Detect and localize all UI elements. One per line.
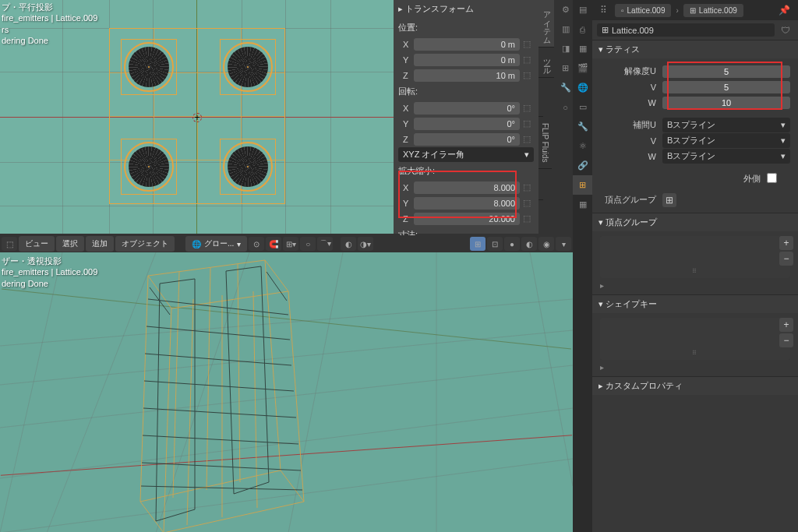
panel-header-shape-keys[interactable]: ▾ シェイプキー	[592, 295, 798, 313]
menu-view[interactable]: ビュー	[19, 236, 55, 252]
3d-cursor	[190, 111, 204, 125]
shape-keys-list[interactable]: ⠿	[600, 318, 790, 360]
position-label: 位置:	[398, 19, 534, 36]
rot-y[interactable]: 0°	[414, 118, 520, 130]
shading-dropdown-icon[interactable]: ▾	[556, 237, 571, 251]
tab-tool[interactable]: ツール	[538, 48, 554, 78]
lattice-icon: ⊞	[602, 25, 609, 35]
svg-marker-34	[226, 266, 269, 494]
fan-object[interactable]	[223, 142, 273, 192]
tab-object-icon[interactable]: ▭	[573, 97, 592, 117]
pos-x[interactable]: 0 m	[414, 38, 520, 51]
shading-rendered-icon[interactable]: ◉	[538, 237, 554, 251]
tab-item[interactable]: アイテム	[538, 0, 554, 48]
interp-u-dropdown[interactable]: Bスプライン▾	[662, 118, 790, 132]
svg-line-22	[253, 291, 257, 508]
svg-line-20	[187, 299, 193, 525]
rot-x[interactable]: 0°	[414, 102, 520, 115]
datablock-selector[interactable]: ⊞ Lattice.009	[597, 23, 775, 37]
viewport-perspective[interactable]: ⬚ ビュー 選択 追加 オブジェクト 🌐 グロー... ▾ ⊙ 🧲 ⊞▾ ○ ⌒…	[0, 235, 573, 532]
tab-texture-icon[interactable]: ▦	[573, 195, 592, 214]
editor-type-icon[interactable]: ⬚	[2, 237, 17, 251]
gizmo-icon[interactable]: ◐	[341, 237, 356, 251]
remove-button[interactable]: −	[779, 252, 793, 266]
properties-header: ⠿ ▫ Lattice.009 › ⊞ Lattice.009 📌	[592, 0, 798, 20]
lock-icon[interactable]: ⬚	[520, 213, 534, 224]
tab-flip[interactable]: FLIP Fluids	[538, 117, 552, 169]
shading-solid-icon[interactable]: ●	[504, 237, 520, 251]
pos-y[interactable]: 0 m	[414, 54, 520, 66]
lock-icon[interactable]: ⬚	[520, 134, 534, 144]
tab-data-lattice-icon[interactable]: ⊞	[573, 175, 592, 195]
fan-object[interactable]	[223, 42, 273, 92]
interp-w-dropdown[interactable]: Bスプライン▾	[662, 149, 790, 164]
lock-icon[interactable]: ⬚	[520, 70, 534, 80]
svg-line-27	[143, 408, 296, 417]
lock-icon[interactable]: ⬚	[520, 118, 534, 129]
list-filter[interactable]: ▸	[600, 363, 790, 372]
panel-header-lattice[interactable]: ▾ ラティス	[592, 41, 798, 58]
overlay-icon[interactable]: ◑▾	[358, 237, 373, 251]
outside-checkbox[interactable]	[767, 173, 777, 183]
rot-z[interactable]: 0°	[414, 133, 520, 146]
tab-scene-icon[interactable]: 🎬	[573, 58, 592, 78]
breadcrumb-data[interactable]: ⊞ Lattice.009	[683, 4, 743, 17]
pos-z[interactable]: 10 m	[414, 69, 520, 82]
xray-icon[interactable]: ⊞	[470, 237, 486, 251]
lattice-3d-wireframe[interactable]	[101, 252, 366, 532]
lock-icon[interactable]: ⬚	[520, 198, 534, 208]
viewport-info: プ・平行投影 fire_emitters | Lattice.009 rs de…	[2, 2, 97, 46]
menu-select[interactable]: 選択	[56, 236, 84, 252]
transform-orientation-dropdown[interactable]: 🌐 グロー... ▾	[185, 236, 247, 252]
snap-icon[interactable]: 🧲	[266, 237, 281, 251]
svg-line-5	[0, 252, 62, 532]
svg-line-19	[238, 264, 240, 482]
add-button[interactable]: +	[779, 318, 793, 332]
vertex-group-selector[interactable]: ⊞	[662, 193, 676, 207]
shading-preview-icon[interactable]: ◐	[521, 237, 537, 251]
tab-physics-icon[interactable]: ⚛	[573, 136, 592, 156]
fan-object[interactable]	[124, 42, 174, 92]
resolution-u[interactable]: 5	[662, 65, 790, 78]
scale-y[interactable]: 8.000	[414, 197, 520, 210]
viewport-top-orthographic[interactable]: プ・平行投影 fire_emitters | Lattice.009 rs de…	[0, 0, 394, 234]
panel-header-transform[interactable]: ▸ トランスフォーム	[394, 0, 538, 18]
grip-icon[interactable]: ⠿	[597, 3, 610, 17]
svg-line-17	[173, 272, 179, 498]
remove-button[interactable]: −	[779, 333, 793, 347]
add-button[interactable]: +	[779, 236, 793, 250]
shading-wireframe-icon[interactable]: ⊡	[487, 237, 503, 251]
pin-icon[interactable]: 📌	[775, 5, 793, 16]
menu-add[interactable]: 追加	[86, 236, 114, 252]
tab-constraint-icon[interactable]: 🔗	[573, 156, 592, 175]
interp-v-dropdown[interactable]: Bスプライン▾	[662, 133, 790, 148]
scale-z[interactable]: 20.000	[414, 213, 520, 225]
tab-world-icon[interactable]: 🌐	[573, 78, 592, 97]
menu-object[interactable]: オブジェクト	[115, 236, 175, 252]
panel-header-custom-props[interactable]: ▸ カスタムプロパティ	[592, 377, 798, 395]
resolution-w[interactable]: 10	[662, 97, 790, 109]
scale-label: 拡大縮小:	[398, 163, 534, 179]
rotation-mode-dropdown[interactable]: XYZ オイラー角▾	[398, 147, 534, 162]
proportional-icon[interactable]: ○	[300, 237, 316, 251]
tab-render-icon[interactable]: ▤	[573, 0, 592, 19]
tab-output-icon[interactable]: ⎙	[573, 19, 592, 39]
fake-user-icon[interactable]: 🛡	[778, 25, 793, 36]
vertex-groups-list[interactable]: ⠿	[600, 236, 790, 278]
list-filter[interactable]: ▸	[600, 281, 790, 290]
pivot-icon[interactable]: ⊙	[249, 237, 264, 251]
lock-icon[interactable]: ⬚	[520, 182, 534, 192]
tab-view-icon[interactable]: ▦	[573, 39, 592, 58]
lock-icon[interactable]: ⬚	[520, 55, 534, 65]
tab-modifier-icon[interactable]: 🔧	[573, 117, 592, 136]
lock-icon[interactable]: ⬚	[520, 103, 534, 113]
snap-target-icon[interactable]: ⊞▾	[283, 237, 298, 251]
resolution-v[interactable]: 5	[662, 81, 790, 93]
lock-icon[interactable]: ⬚	[520, 39, 534, 49]
scale-x[interactable]: 8.000	[414, 181, 520, 194]
proportional-type-icon[interactable]: ⌒▾	[317, 237, 333, 251]
svg-line-28	[143, 435, 298, 444]
panel-header-vertex-groups[interactable]: ▾ 頂点グループ	[592, 213, 798, 231]
fan-object[interactable]	[124, 142, 174, 192]
breadcrumb-object[interactable]: ▫ Lattice.009	[615, 4, 671, 17]
